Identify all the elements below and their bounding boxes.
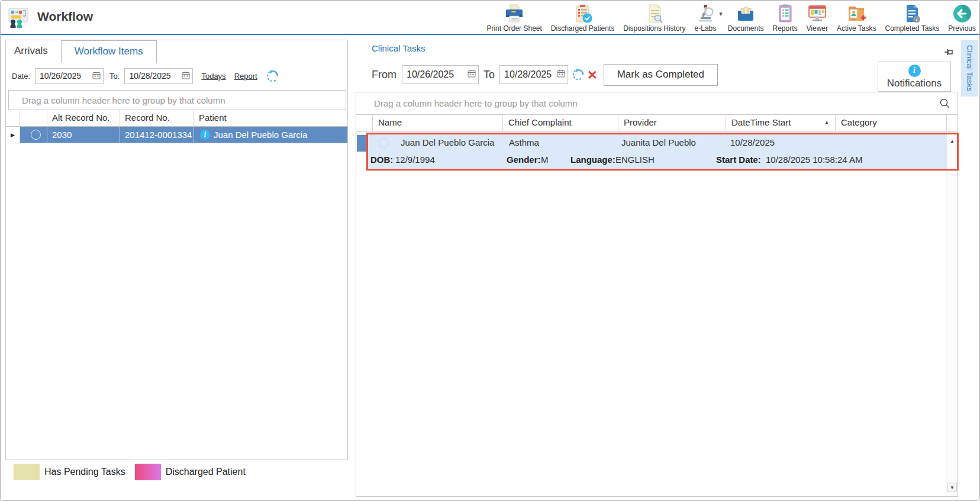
microscope-icon: [695, 4, 715, 24]
previous-button[interactable]: Previous: [948, 2, 976, 33]
start-date-value: 10/28/2025 10:58:24 AM: [766, 155, 862, 165]
printer-icon: [504, 4, 524, 24]
table-row[interactable]: ▶ 2030 201412-0001334 i Juan Del Pueblo …: [6, 127, 347, 143]
search-icon[interactable]: [939, 98, 950, 109]
calendar-icon[interactable]: [182, 71, 190, 81]
radio-button[interactable]: [31, 130, 41, 140]
date-label: Date:: [12, 72, 30, 81]
left-group-panel[interactable]: Drag a column header here to group by th…: [8, 90, 346, 110]
column-header-patient[interactable]: Patient: [194, 110, 347, 126]
notifications-label: Notifications: [887, 78, 942, 89]
column-header-name[interactable]: Name: [373, 115, 503, 131]
dob-label: DOB:: [370, 155, 393, 165]
column-header-chief-complaint[interactable]: Chief Complaint: [503, 115, 618, 131]
column-header-provider[interactable]: Provider: [618, 115, 726, 131]
datetime-start-label: DateTime Start: [731, 117, 791, 127]
cell-datetime-start: 10/28/2025: [730, 137, 775, 147]
workflow-app-icon: [8, 7, 29, 28]
column-header-datetime-start[interactable]: DateTime Start ▲: [726, 115, 836, 131]
discharged-patients-button[interactable]: Discharged Patients: [551, 2, 614, 33]
dispositions-history-button[interactable]: Dispositions History: [623, 2, 685, 33]
tab-arrivals[interactable]: Arrivals: [6, 40, 56, 63]
gender-value: M: [541, 155, 549, 165]
document-search-icon: [644, 4, 665, 24]
toolbar-item-label: Print Order Sheet: [486, 24, 541, 33]
toolbar-item-label: Completed Tasks: [885, 24, 939, 33]
date-from-value: 10/26/2025: [40, 71, 81, 81]
row-indicator-column-header: [356, 115, 373, 131]
mark-as-completed-button[interactable]: Mark as Completed: [604, 64, 718, 86]
report-clipboard-icon: [775, 4, 795, 24]
legend-label-discharged: Discharged Patient: [166, 467, 246, 477]
radio-button[interactable]: [379, 138, 389, 148]
task-detail-line: DOB: 12/9/1994 Gender: M Language: ENGLI…: [368, 152, 947, 169]
task-row-content: Juan Del Pueblo Garcia Asthma Juanita De…: [368, 134, 947, 169]
calendar-icon[interactable]: [557, 69, 565, 80]
tasks-from-field[interactable]: 10/26/2025: [402, 65, 479, 84]
to-label: To:: [109, 72, 120, 81]
date-from-field[interactable]: 10/26/2025: [35, 68, 104, 84]
notifications-info-icon: i: [908, 65, 921, 77]
calendar-icon[interactable]: [468, 69, 476, 80]
row-select-cell[interactable]: [20, 127, 47, 143]
documents-button[interactable]: Documents: [728, 2, 764, 33]
toolbar-item-label: Discharged Patients: [551, 24, 614, 33]
completed-tasks-button[interactable]: i Completed Tasks: [885, 2, 939, 33]
vertical-scrollbar[interactable]: ▲ ▼: [946, 131, 958, 496]
clinical-tasks-title[interactable]: Clinical Tasks: [372, 43, 425, 53]
date-to-field[interactable]: 10/28/2025: [124, 68, 193, 84]
pin-icon[interactable]: [943, 47, 954, 57]
main-toolbar: Print Order Sheet Discharged Patients: [486, 2, 976, 34]
to-label: To: [483, 69, 495, 81]
clinical-tasks-panel: Clinical Tasks From 10/26/2025 To 10/28/: [352, 40, 959, 497]
left-tab-strip: Arrivals Workflow Items: [6, 40, 157, 63]
scroll-down-icon[interactable]: ▼: [947, 483, 957, 492]
refresh-icon[interactable]: [265, 68, 281, 84]
column-header-category[interactable]: Category: [836, 115, 947, 131]
selected-row-indicator: [357, 135, 366, 152]
e-labs-button[interactable]: e-Labs: [695, 2, 717, 33]
cell-patient: i Juan Del Pueblo Garcia: [194, 127, 347, 143]
column-header-alt-record-no[interactable]: Alt Record No.: [47, 110, 120, 126]
scrollbar-column-header: [947, 115, 958, 131]
legend-label-pending: Has Pending Tasks: [44, 467, 125, 477]
toolbar-item-label: Dispositions History: [623, 24, 685, 33]
highlighted-task-row[interactable]: Juan Del Pueblo Garcia Asthma Juanita De…: [366, 133, 959, 171]
tasks-to-field[interactable]: 10/28/2025: [499, 65, 568, 84]
tasks-refresh-icon[interactable]: [570, 67, 586, 82]
right-group-panel[interactable]: Drag a column header here to group by th…: [356, 92, 958, 115]
document-info-icon: i: [902, 4, 922, 24]
patient-name-text: Juan Del Pueblo Garcia: [214, 130, 307, 140]
clinical-tasks-grid: Drag a column header here to group by th…: [356, 92, 958, 497]
row-indicator-column-header: [6, 110, 20, 126]
clear-filter-icon[interactable]: ✕: [587, 69, 598, 81]
workflow-window: Workflow Print Order Sheet: [0, 0, 980, 501]
sort-ascending-icon: ▲: [824, 120, 829, 125]
arrivals-panel: Arrivals Workflow Items Date: 10/26/2025…: [5, 40, 348, 460]
right-grid-body: ▲ ▼ Juan Del Pueblo Garcia Asthma Juanit…: [356, 131, 958, 496]
print-order-sheet-button[interactable]: Print Order Sheet: [486, 2, 541, 33]
cell-name: Juan Del Pueblo Garcia: [401, 137, 494, 147]
toolbar-item-label: Active Tasks: [837, 24, 876, 33]
clipboard-check-icon: [573, 4, 593, 24]
viewer-button[interactable]: Viewer: [807, 2, 828, 33]
report-link[interactable]: Report: [234, 72, 257, 81]
archive-drawer-icon: [736, 4, 756, 24]
language-value: ENGLISH: [615, 155, 655, 165]
notifications-button[interactable]: i Notifications: [878, 62, 951, 92]
toolbar-item-label: e-Labs: [695, 24, 717, 33]
right-grid-header: Name Chief Complaint Provider DateTime S…: [356, 115, 958, 131]
tab-workflow-items[interactable]: Workflow Items: [61, 40, 157, 63]
active-tasks-button[interactable]: Active Tasks: [837, 2, 876, 33]
reports-button[interactable]: Reports: [773, 2, 798, 33]
tasks-from-value: 10/26/2025: [407, 69, 454, 80]
clinical-tasks-side-tab[interactable]: Clinical Tasks: [961, 40, 978, 97]
left-date-filter: Date: 10/26/2025 To: 10/28/2025 Todays R…: [12, 66, 281, 85]
todays-link[interactable]: Todays: [201, 72, 225, 81]
monitor-icon: [807, 4, 827, 24]
e-labs-dropdown-caret-icon[interactable]: ▾: [719, 10, 723, 18]
calendar-icon[interactable]: [92, 71, 101, 81]
patient-info-icon[interactable]: i: [200, 130, 210, 140]
group-hint-text: Drag a column header here to group by th…: [9, 95, 225, 105]
column-header-record-no[interactable]: Record No.: [120, 110, 194, 126]
